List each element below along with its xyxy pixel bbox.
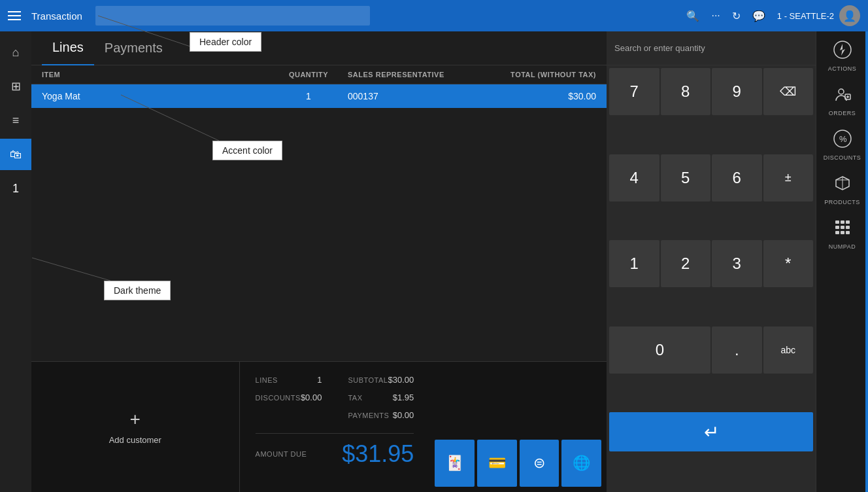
numpad-backspace[interactable]: ⌫ [763,68,814,115]
app-title: Transaction [31,10,82,22]
discounts-row: DISCOUNTS $0.00 [256,393,322,402]
payment-btn-cards[interactable]: 🃏 [435,440,475,487]
col-quantity: QUANTITY [269,71,348,79]
right-sidebar-discounts[interactable]: % DISCOUNTS [816,123,869,167]
svg-rect-13 [841,231,844,234]
table-row[interactable]: Yoga Mat 1 000137 $30.00 [31,84,607,108]
svg-rect-12 [835,231,839,234]
numpad-label: NUMPAD [829,243,856,250]
menu-icon[interactable] [8,8,24,24]
subtotal-row: SUBTOTAL $30.00 [348,375,414,385]
numpad-1[interactable]: 1 [609,240,659,287]
subtotal-label: SUBTOTAL [348,376,388,384]
numpad-grid: 7 8 9 ⌫ 4 5 6 ± 1 2 3 * 0 . abc ↵ [607,65,816,492]
cell-item: Yoga Mat [42,91,269,101]
numpad-3[interactable]: 3 [712,240,762,287]
svg-text:%: % [839,134,847,144]
payment-btn-globe[interactable]: 🌐 [561,440,601,487]
actions-label: ACTIONS [828,65,857,72]
content-area: Lines Payments ITEM QUANTITY SALES REPRE… [31,31,607,492]
svg-rect-14 [846,231,850,234]
amount-due-value: $31.95 [342,440,414,468]
more-icon[interactable]: ··· [711,10,720,22]
actions-icon [833,41,852,63]
subtotal-value: $30.00 [388,375,414,385]
user-location: 1 - SEATTLE-2 [777,11,834,21]
right-sidebar-products[interactable]: PRODUCTS [816,167,869,212]
right-sidebar: ACTIONS ORDERS % DISCOUNTS [816,31,868,492]
message-icon[interactable]: 💬 [752,10,765,22]
numpad-7[interactable]: 7 [609,68,659,115]
discounts-label: DISCOUNTS [824,154,861,161]
numpad-area: Search or enter quantity 7 8 9 ⌫ 4 5 6 ±… [607,31,816,492]
lines-label: LINES [256,376,278,384]
top-bar: Transaction 🔍 ··· ↻ 💬 1 - SEATTLE-2 👤 [0,0,868,31]
numpad-decimal[interactable]: . [712,326,762,374]
products-label: PRODUCTS [824,199,860,205]
numpad-icon [833,219,852,241]
orders-label: ORDERS [829,110,856,116]
search-icon[interactable]: 🔍 [686,10,699,22]
payment-btns: 🃏 💳 ⊜ 🌐 [435,440,601,487]
discounts-icon: % [833,130,852,152]
numpad-4[interactable]: 4 [609,154,659,202]
numpad-plusminus[interactable]: ± [763,154,814,202]
products-icon [833,174,852,196]
right-sidebar-actions[interactable]: ACTIONS [816,34,869,79]
svg-point-2 [839,89,844,94]
numpad-search-label: Search or enter quantity [607,31,816,65]
svg-rect-6 [835,220,839,224]
numpad-5[interactable]: 5 [661,154,711,202]
avatar[interactable]: 👤 [839,5,860,26]
sidebar-item-grid[interactable]: ⊞ [0,71,31,102]
numpad-6[interactable]: 6 [712,154,762,202]
svg-rect-7 [841,220,844,224]
discounts-value: $0.00 [301,393,322,402]
tax-value: $1.95 [393,393,414,402]
tab-lines[interactable]: Lines [42,31,94,65]
numpad-2[interactable]: 2 [661,240,711,287]
right-sidebar-numpad[interactable]: NUMPAD [816,212,869,256]
add-customer-label: Add customer [109,435,161,445]
tab-payments[interactable]: Payments [94,31,173,65]
svg-rect-11 [846,226,850,229]
numpad-multiply[interactable]: * [763,240,814,287]
numpad-abc[interactable]: abc [763,326,814,374]
payment-btn-circle[interactable]: ⊜ [520,440,559,487]
svg-rect-10 [841,226,844,229]
numpad-9[interactable]: 9 [712,68,762,115]
sidebar-item-bag[interactable]: 🛍 [0,139,31,170]
add-customer-icon: + [130,409,141,430]
refresh-icon[interactable]: ↻ [732,10,741,22]
svg-rect-9 [835,226,839,229]
user-info: 1 - SEATTLE-2 👤 [777,5,860,26]
tax-row: TAX $1.95 [348,393,414,402]
sidebar-item-menu[interactable]: ≡ [0,105,31,136]
add-customer-area[interactable]: + Add customer [31,362,240,492]
lines-value: 1 [317,375,322,385]
numpad-8[interactable]: 8 [661,68,711,115]
numpad-0[interactable]: 0 [609,326,710,374]
discounts-label: DISCOUNTS [256,394,301,402]
table-area: ITEM QUANTITY SALES REPRESENTATIVE TOTAL… [31,65,607,361]
active-indicator [865,31,868,492]
payments-value: $0.00 [393,410,414,420]
cell-total: $30.00 [478,91,596,101]
left-sidebar: ⌂ ⊞ ≡ 🛍 1 [0,31,31,492]
col-item: ITEM [42,71,269,79]
order-summary: LINES 1 DISCOUNTS $0.00 SUBTOTAL $30.00 [240,362,430,492]
orders-icon [833,85,852,107]
tabs-header: Lines Payments [31,31,607,65]
col-total: TOTAL (WITHOUT TAX) [478,71,596,79]
numpad-enter[interactable]: ↵ [609,412,813,451]
svg-marker-1 [840,44,845,56]
right-sidebar-orders[interactable]: ORDERS [816,79,869,123]
sidebar-item-home[interactable]: ⌂ [0,37,31,68]
amount-due-label: AMOUNT DUE [256,450,307,458]
svg-rect-8 [846,220,850,224]
payment-btn-credit[interactable]: 💳 [477,440,517,487]
payments-label: PAYMENTS [348,412,389,419]
payment-buttons-area: 🃏 💳 ⊜ 🌐 [429,362,607,492]
top-bar-search[interactable] [95,6,370,26]
sidebar-item-count[interactable]: 1 [0,173,31,204]
